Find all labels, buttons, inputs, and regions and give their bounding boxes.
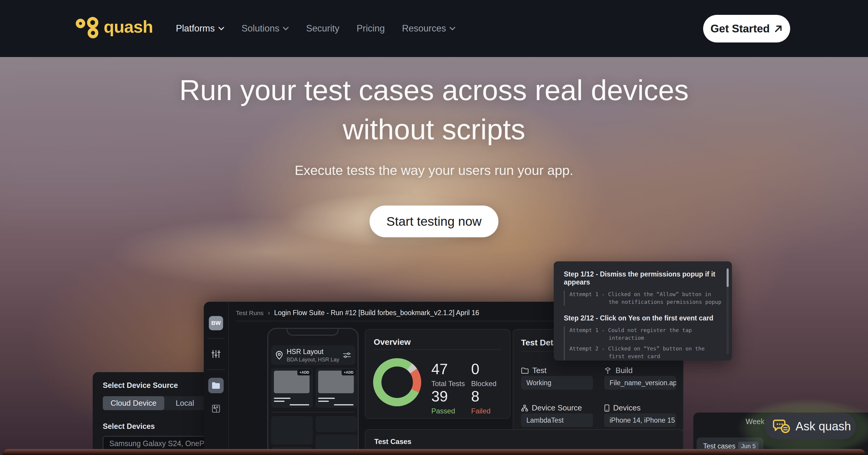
skeleton-card bbox=[315, 416, 357, 432]
chevron-down-icon bbox=[450, 27, 455, 30]
stat-blocked: 0 Blocked bbox=[471, 361, 496, 388]
phone-icon bbox=[604, 404, 610, 412]
nav-item-solutions[interactable]: Solutions bbox=[242, 23, 289, 34]
breadcrumb: Test Runs › Login Flow Suite - Run #12 [… bbox=[236, 309, 479, 317]
overview-card: Overview 47 Total Tests 0 Blocked 39 Pas… bbox=[365, 329, 510, 419]
local-device-option[interactable]: Local bbox=[164, 396, 206, 410]
location-card[interactable]: HSR Layout BDA Layout, HSR Layout, Ben..… bbox=[271, 346, 355, 365]
page: quash Platforms Solutions Security Prici… bbox=[0, 0, 868, 455]
skeleton-card bbox=[315, 434, 357, 451]
stat-total-tests: 47 Total Tests bbox=[431, 361, 465, 388]
device-source-field-label: Device Source bbox=[521, 403, 582, 413]
stat-failed: 8 Failed bbox=[471, 388, 491, 415]
devices-field-label: Devices bbox=[604, 403, 641, 413]
nav-item-platforms[interactable]: Platforms bbox=[176, 23, 224, 34]
quash-logo[interactable]: quash bbox=[76, 17, 153, 36]
attempt-log: Attempt 1 - Clicked on the “Allow” butto… bbox=[569, 290, 722, 306]
get-started-button[interactable]: Get Started bbox=[703, 15, 790, 42]
step-item: Step 1/12 - Dismiss the permissions popu… bbox=[564, 270, 722, 306]
cloud-device-option[interactable]: Cloud Device bbox=[103, 396, 164, 410]
chevron-down-icon bbox=[283, 27, 289, 30]
breadcrumb-current: Login Flow Suite - Run #12 [Build forbes… bbox=[274, 309, 479, 317]
step-item: Step 2/12 - Click on Yes on the first ev… bbox=[564, 314, 722, 360]
nav-item-pricing[interactable]: Pricing bbox=[356, 23, 385, 34]
device-source-panel: Select Device Source Cloud Device Local … bbox=[93, 372, 217, 455]
ask-quash-label: Ask quash bbox=[796, 420, 851, 433]
attempt-log: Attempt 2 - Clicked on “Yes” button on t… bbox=[569, 345, 722, 360]
top-navbar: quash Platforms Solutions Security Prici… bbox=[0, 0, 868, 57]
divider bbox=[207, 369, 225, 370]
attempt-log: Attempt 1 - Could not register the tap i… bbox=[569, 326, 722, 342]
stat-passed: 39 Passed bbox=[431, 388, 455, 415]
chevron-right-icon: › bbox=[268, 309, 270, 317]
breadcrumb-test-runs[interactable]: Test Runs bbox=[236, 310, 264, 317]
test-field-label: Test bbox=[521, 366, 547, 375]
phone-notch bbox=[287, 328, 339, 335]
hammer-icon bbox=[604, 367, 612, 374]
listing-card[interactable]: +ADD bbox=[315, 368, 357, 408]
sliders-icon[interactable] bbox=[208, 346, 224, 362]
divider bbox=[207, 338, 225, 338]
chat-bubbles-icon bbox=[773, 419, 790, 434]
hierarchy-icon bbox=[521, 404, 528, 412]
overview-title: Overview bbox=[374, 337, 411, 347]
scrollbar-thumb[interactable] bbox=[726, 268, 729, 287]
hero-title: Run your test cases across real devices … bbox=[137, 71, 731, 149]
ask-quash-button[interactable]: Ask quash bbox=[765, 413, 856, 439]
device-source-toggle: Cloud Device Local bbox=[103, 396, 206, 410]
chevron-down-icon bbox=[218, 27, 224, 30]
select-device-source-label: Select Device Source bbox=[103, 381, 217, 390]
test-results-donut-chart bbox=[373, 358, 421, 406]
location-title: HSR Layout bbox=[287, 348, 339, 356]
step-title: Step 1/12 - Dismiss the permissions popu… bbox=[564, 270, 722, 286]
hero-subtitle: Execute tests the way your users run you… bbox=[137, 163, 731, 178]
next-section-edge bbox=[2, 449, 866, 455]
devices-input[interactable]: Samsung Galaxy S24, OnePlus Nor bbox=[103, 436, 206, 451]
location-subtitle: BDA Layout, HSR Layout, Ben... bbox=[287, 357, 339, 363]
filter-sliders-icon[interactable] bbox=[343, 352, 351, 359]
select-devices-label: Select Devices bbox=[103, 422, 217, 431]
avatar[interactable]: BW bbox=[209, 316, 223, 330]
circuit-board-icon[interactable] bbox=[208, 401, 224, 416]
test-cases-title: Test Cases bbox=[374, 437, 411, 446]
nav-links: Platforms Solutions Security Pricing Res… bbox=[176, 0, 455, 57]
nav-item-resources[interactable]: Resources bbox=[402, 23, 455, 34]
step-title: Step 2/12 - Click on Yes on the first ev… bbox=[564, 314, 722, 322]
divider bbox=[272, 412, 354, 413]
quash-logo-text: quash bbox=[104, 17, 153, 36]
nav-item-security[interactable]: Security bbox=[306, 23, 339, 34]
devices-field-value[interactable]: iPhone 14, iPhone 15 +4 bbox=[604, 414, 676, 427]
build-field-value[interactable]: File_name_version.apk bbox=[604, 376, 676, 390]
listing-card[interactable]: +ADD bbox=[271, 368, 313, 408]
folder-outline-icon bbox=[521, 367, 529, 374]
build-field-label: Build bbox=[604, 366, 633, 375]
location-pin-icon bbox=[275, 351, 283, 360]
dashboard-sidebar: BW bbox=[204, 302, 229, 455]
device-source-field-value[interactable]: LambdaTest bbox=[521, 414, 593, 427]
add-badge[interactable]: +ADD bbox=[297, 369, 311, 376]
start-testing-button[interactable]: Start testing now bbox=[370, 205, 498, 237]
phone-mockup: HSR Layout BDA Layout, HSR Layout, Ben..… bbox=[267, 328, 359, 455]
test-field-value[interactable]: Working bbox=[521, 376, 593, 390]
quash-logo-icon bbox=[76, 17, 99, 36]
agent-steps-panel: Step 1/12 - Dismiss the permissions popu… bbox=[554, 261, 732, 361]
skeleton-card bbox=[271, 416, 313, 445]
divider bbox=[374, 349, 502, 350]
folder-icon[interactable] bbox=[208, 378, 224, 393]
add-badge[interactable]: +ADD bbox=[342, 369, 355, 376]
arrow-up-right-icon bbox=[774, 24, 783, 33]
